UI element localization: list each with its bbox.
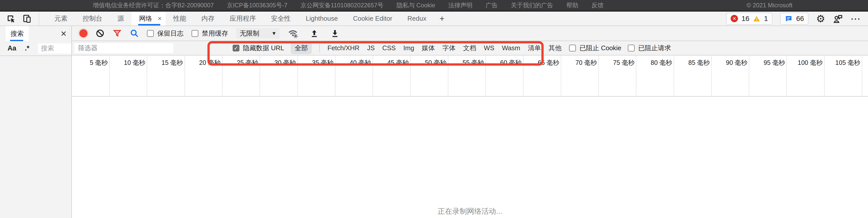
- regex-toggle[interactable]: .*: [25, 45, 30, 52]
- timeline-tick-label: 85 毫秒: [675, 58, 710, 67]
- timeline-tick-label: 50 毫秒: [411, 58, 446, 67]
- hide-data-urls-box[interactable]: ✓: [232, 45, 240, 52]
- inspect-element-icon[interactable]: [6, 14, 16, 24]
- filter-chip-媒体[interactable]: 媒体: [422, 44, 435, 53]
- timeline-gridline: [222, 55, 222, 96]
- record-button[interactable]: [80, 29, 88, 37]
- footer-link[interactable]: 关于我们的广告: [511, 1, 553, 9]
- filter-chip-字体[interactable]: 字体: [442, 44, 456, 53]
- tab-label: Lighthouse: [306, 15, 338, 23]
- devtools-tabbar: 元素控制台源网络×性能内存应用程序安全性LighthouseCookie Edi…: [0, 11, 868, 26]
- footer-link[interactable]: 隐私与 Cookie: [397, 1, 435, 9]
- footer-link[interactable]: 增值电信业务经营许可证：合字B2-20090007: [93, 1, 214, 9]
- devtools-tab-lighthouse[interactable]: Lighthouse: [298, 11, 345, 26]
- more-options-icon[interactable]: ⋯: [850, 13, 862, 25]
- devtools-tab-网络[interactable]: 网络×: [131, 11, 165, 26]
- filter-chip-fetch-xhr[interactable]: Fetch/XHR: [328, 44, 360, 52]
- filter-funnel-icon[interactable]: [113, 29, 122, 38]
- filter-chip-js[interactable]: JS: [367, 44, 374, 52]
- tab-label: 网络: [139, 14, 152, 23]
- feedback-person-icon[interactable]: [833, 13, 843, 24]
- active-tab-underline: [10, 40, 23, 41]
- blocked-cookies-box[interactable]: [569, 45, 576, 52]
- tab-label: 应用程序: [229, 14, 256, 23]
- disable-cache-checkbox[interactable]: 禁用缓存: [191, 29, 228, 38]
- close-tab-icon[interactable]: ×: [158, 15, 161, 23]
- blocked-requests-checkbox[interactable]: 已阻止请求: [628, 44, 671, 53]
- preserve-log-checkbox[interactable]: 保留日志: [147, 29, 184, 38]
- footer-link[interactable]: 广告: [486, 1, 498, 9]
- search-results-area: [0, 56, 71, 218]
- devtools-right-controls: ✕ 16 1 66 ⚙: [726, 11, 868, 26]
- footer-link[interactable]: 反馈: [591, 1, 603, 9]
- timeline-gridline: [674, 55, 674, 96]
- active-tab-underline: [138, 24, 160, 26]
- timeline-gridline: [372, 55, 373, 96]
- warning-count: 1: [764, 15, 768, 23]
- tab-search[interactable]: 搜索: [5, 26, 29, 41]
- throttling-select[interactable]: 无限制 ▼: [236, 28, 279, 38]
- devtools-tab-redux[interactable]: Redux: [400, 11, 434, 26]
- blocked-requests-label: 已阻止请求: [638, 44, 671, 53]
- tab-label: 内存: [202, 14, 215, 23]
- search-toolbar: Aa .*: [0, 41, 71, 56]
- timeline-tick-label: 65 毫秒: [524, 58, 559, 67]
- disable-cache-box[interactable]: [191, 30, 198, 37]
- footer-link[interactable]: 法律声明: [448, 1, 472, 9]
- timeline-gridline: [335, 55, 336, 96]
- preserve-log-label: 保留日志: [157, 29, 184, 38]
- filter-chip-全部[interactable]: 全部: [290, 42, 312, 54]
- filter-chip-img[interactable]: Img: [403, 44, 414, 52]
- issues-badge[interactable]: 66: [780, 12, 808, 25]
- filter-chip-css[interactable]: CSS: [382, 44, 396, 52]
- footer-link[interactable]: 帮助: [566, 1, 579, 9]
- filter-chip-文档[interactable]: 文档: [463, 44, 476, 53]
- filter-chip-清单[interactable]: 清单: [528, 44, 541, 53]
- export-har-icon[interactable]: [331, 29, 340, 38]
- filter-chip-wasm[interactable]: Wasm: [502, 44, 520, 52]
- match-case-toggle[interactable]: Aa: [7, 45, 17, 52]
- devtools-tab-内存[interactable]: 内存: [194, 11, 222, 26]
- network-overview-timeline[interactable]: 5 毫秒10 毫秒15 毫秒20 毫秒25 毫秒30 毫秒35 毫秒40 毫秒4…: [72, 55, 868, 97]
- devtools-tab-性能[interactable]: 性能: [165, 11, 194, 26]
- timeline-gridline: [448, 55, 448, 96]
- clear-icon[interactable]: [95, 29, 104, 38]
- network-conditions-icon[interactable]: [287, 28, 298, 38]
- footer-link[interactable]: 京公网安备11010802022657号: [301, 1, 383, 9]
- footer-link[interactable]: 京ICP备10036305号-7: [227, 1, 287, 9]
- close-search-icon[interactable]: ✕: [61, 29, 67, 38]
- device-toolbar-icon[interactable]: [22, 14, 32, 24]
- timeline-tick-label: 75 毫秒: [599, 58, 634, 67]
- devtools-tab-元素[interactable]: 元素: [47, 11, 75, 26]
- add-tab-button[interactable]: +: [434, 11, 450, 26]
- filter-input[interactable]: [74, 43, 173, 53]
- blocked-cookies-checkbox[interactable]: 已阻止 Cookie: [569, 44, 621, 53]
- network-filter-bar: ✓ 隐藏数据 URL 全部Fetch/XHRJSCSSImg媒体字体文档WSWa…: [72, 41, 868, 55]
- devtools-tab-应用程序[interactable]: 应用程序: [222, 11, 264, 26]
- timeline-tick-label: 100 毫秒: [787, 58, 823, 67]
- import-har-icon[interactable]: [310, 29, 319, 38]
- preserve-log-box[interactable]: [147, 30, 154, 37]
- timeline-tick-label: 45 毫秒: [373, 58, 408, 67]
- search-input[interactable]: [38, 44, 71, 54]
- timeline-gridline: [410, 55, 410, 96]
- devtools-tab-源[interactable]: 源: [110, 11, 131, 26]
- errors-warnings-badge[interactable]: ✕ 16 1: [726, 12, 773, 25]
- devtools-tab-安全性[interactable]: 安全性: [264, 11, 298, 26]
- network-toolbar: 保留日志 禁用缓存 无限制 ▼: [72, 26, 868, 41]
- search-network-icon[interactable]: [130, 29, 139, 38]
- devtools-tab-cookie-editor[interactable]: Cookie Editor: [345, 11, 400, 26]
- filter-chip-ws[interactable]: WS: [484, 44, 495, 52]
- tab-label: Redux: [407, 15, 427, 23]
- timeline-tick-label: 40 毫秒: [336, 58, 371, 67]
- filter-chip-其他[interactable]: 其他: [549, 44, 561, 53]
- chevron-down-icon: ▼: [272, 30, 277, 36]
- blocked-requests-box[interactable]: [628, 45, 634, 52]
- devtools-tab-控制台[interactable]: 控制台: [75, 11, 110, 26]
- timeline-tick-label: 15 毫秒: [148, 58, 183, 67]
- chip-separator: [319, 44, 320, 53]
- hide-data-urls-checkbox[interactable]: ✓ 隐藏数据 URL: [232, 44, 284, 53]
- settings-gear-icon[interactable]: ⚙: [816, 13, 825, 24]
- timeline-gridline: [862, 55, 862, 96]
- search-sidebar: 搜索 ✕ Aa .*: [0, 26, 72, 218]
